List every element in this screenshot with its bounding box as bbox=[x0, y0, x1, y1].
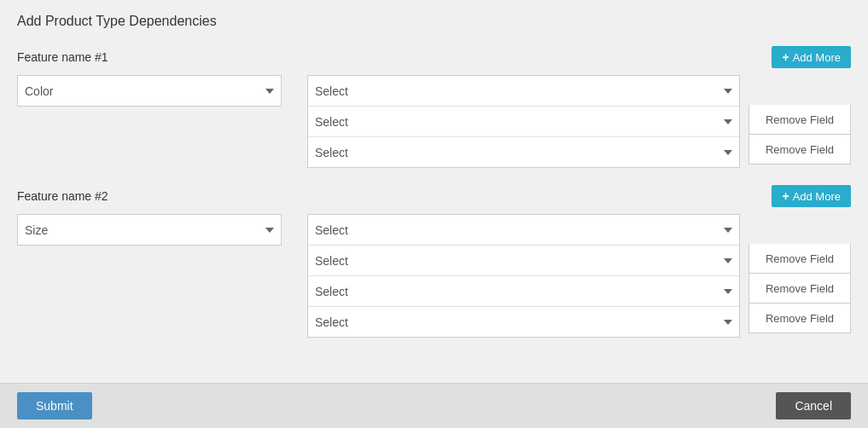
remove-col-2: Remove Field Remove Field Remove Field bbox=[749, 214, 851, 333]
feature-header-1: Feature name #1 + Add More bbox=[17, 46, 851, 68]
feature-label-1: Feature name #1 bbox=[17, 50, 108, 64]
feature-name-dropdown-2[interactable]: Size bbox=[18, 215, 281, 245]
remove-btn-group-2: Remove Field Remove Field Remove Field bbox=[749, 214, 851, 333]
select-dropdown-2-2[interactable]: Select bbox=[308, 246, 739, 275]
add-more-button-2[interactable]: + Add More bbox=[772, 185, 851, 207]
select-col-1: Select Select Select bbox=[307, 75, 740, 168]
remove-field-button-2-1[interactable]: Remove Field bbox=[749, 244, 851, 274]
select-item-2-4: Select bbox=[308, 307, 739, 337]
remove-field-button-1-1[interactable]: Remove Field bbox=[749, 105, 851, 135]
select-item-2-3: Select bbox=[308, 276, 739, 307]
select-item-2-2: Select bbox=[308, 246, 739, 276]
feature-block-1: Feature name #1 + Add More Color bbox=[17, 46, 851, 168]
select-dropdown-1-3[interactable]: Select bbox=[308, 137, 739, 167]
feature-name-select-1: Color bbox=[17, 75, 282, 107]
remove-field-button-1-2[interactable]: Remove Field bbox=[749, 135, 851, 165]
page-title: Add Product Type Dependencies bbox=[17, 14, 851, 29]
select-dropdown-1-2[interactable]: Select bbox=[308, 107, 739, 136]
feature-name-wrapper-2: Size bbox=[17, 214, 282, 246]
select-dropdown-1-1[interactable]: Select bbox=[308, 76, 739, 106]
plus-icon-2: + bbox=[782, 189, 789, 203]
select-item-1-3: Select bbox=[308, 137, 739, 167]
select-group-1: Select Select Select bbox=[307, 75, 740, 168]
add-more-label-2: Add More bbox=[793, 190, 841, 203]
feature-name-dropdown-1[interactable]: Color bbox=[18, 76, 281, 106]
feature-header-2: Feature name #2 + Add More bbox=[17, 185, 851, 207]
feature-row-1: Color Select Select bbox=[17, 75, 851, 168]
select-dropdown-2-3[interactable]: Select bbox=[308, 276, 739, 306]
select-item-2-1: Select bbox=[308, 215, 739, 246]
plus-icon-1: + bbox=[782, 50, 789, 64]
page-wrapper: Add Product Type Dependencies Feature na… bbox=[0, 0, 868, 428]
remove-field-button-2-2[interactable]: Remove Field bbox=[749, 274, 851, 304]
add-more-label-1: Add More bbox=[793, 51, 841, 64]
feature-row-2: Size Select Select bbox=[17, 214, 851, 338]
select-group-2: Select Select Select bbox=[307, 214, 740, 338]
main-content: Add Product Type Dependencies Feature na… bbox=[0, 0, 868, 383]
remove-spacer-2 bbox=[749, 214, 851, 244]
remove-field-button-2-3[interactable]: Remove Field bbox=[749, 304, 851, 333]
remove-btn-group-1: Remove Field Remove Field bbox=[749, 75, 851, 165]
select-item-1-2: Select bbox=[308, 107, 739, 137]
submit-button[interactable]: Submit bbox=[17, 392, 92, 419]
remove-col-1: Remove Field Remove Field bbox=[749, 75, 851, 165]
select-item-1-1: Select bbox=[308, 76, 739, 107]
select-col-2: Select Select Select bbox=[307, 214, 740, 338]
cancel-button[interactable]: Cancel bbox=[776, 392, 851, 419]
select-dropdown-2-4[interactable]: Select bbox=[308, 307, 739, 337]
footer-bar: Submit Cancel bbox=[0, 383, 868, 428]
remove-spacer-1 bbox=[749, 75, 851, 105]
feature-name-wrapper-1: Color bbox=[17, 75, 282, 107]
select-dropdown-2-1[interactable]: Select bbox=[308, 215, 739, 245]
feature-name-select-2: Size bbox=[17, 214, 282, 246]
feature-block-2: Feature name #2 + Add More Size bbox=[17, 185, 851, 338]
add-more-button-1[interactable]: + Add More bbox=[772, 46, 851, 68]
feature-label-2: Feature name #2 bbox=[17, 189, 108, 203]
